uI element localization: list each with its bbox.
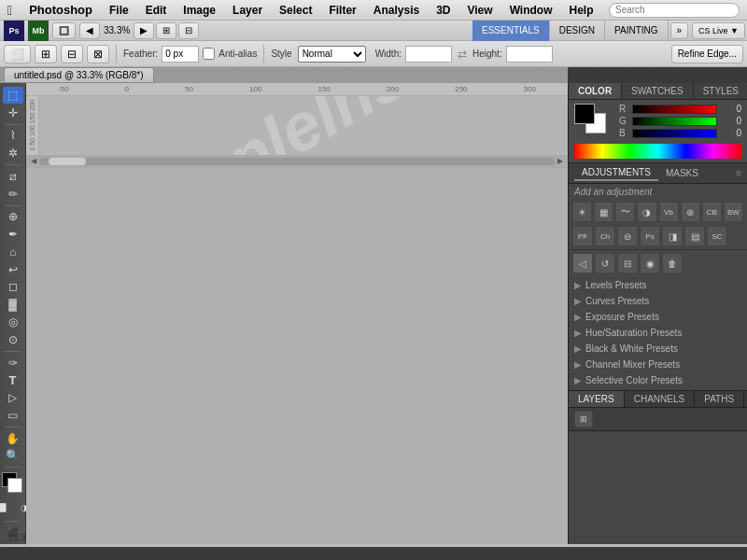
tool-path-select[interactable]: ▷ — [3, 389, 23, 406]
tab-adjustments[interactable]: ADJUSTMENTS — [574, 165, 658, 181]
blue-slider[interactable] — [632, 129, 717, 138]
adjustments-menu[interactable]: ≡ — [736, 168, 741, 178]
tool-shape[interactable]: ▭ — [3, 407, 23, 424]
lasso-options-sub[interactable]: ⊟ — [61, 45, 83, 63]
tool-gradient[interactable]: ▓ — [3, 296, 23, 313]
tool-selection[interactable]: ⬚ — [3, 87, 23, 104]
tool-eraser[interactable]: ◻ — [3, 279, 23, 296]
tab-channels[interactable]: CHANNELS — [625, 391, 695, 407]
color-spectrum[interactable] — [574, 144, 741, 159]
adj-hue-sat-icon[interactable]: ⊛ — [681, 202, 700, 222]
analysis-menu[interactable]: Analysis — [366, 2, 427, 19]
adj-clipping-icon[interactable]: ⊟ — [617, 253, 638, 273]
tab-swatches[interactable]: SWATCHES — [622, 83, 694, 99]
file-menu[interactable]: File — [102, 2, 136, 19]
preset-huesat[interactable]: ▶ Hue/Saturation Presets — [569, 325, 747, 341]
tool-zoom[interactable]: 🔍 — [3, 448, 23, 465]
adj-reset-icon[interactable]: ↺ — [595, 253, 615, 273]
edit-menu[interactable]: Edit — [138, 2, 175, 19]
preset-selcolor[interactable]: ▶ Selective Color Presets — [569, 372, 747, 388]
anti-alias-checkbox[interactable] — [203, 48, 215, 60]
scrollbar-thumb[interactable] — [49, 158, 86, 165]
tool-magic-wand[interactable]: ✲ — [3, 145, 23, 161]
adj-exposure-icon[interactable]: ◑ — [637, 202, 656, 222]
tab-styles[interactable]: STYLES — [694, 83, 747, 99]
preset-levels[interactable]: ▶ Levels Presets — [569, 277, 747, 293]
green-slider[interactable] — [632, 117, 717, 126]
tool-healing[interactable]: ⊕ — [3, 208, 23, 225]
red-slider[interactable] — [632, 105, 717, 114]
window-menu[interactable]: Window — [502, 2, 560, 19]
width-input[interactable] — [405, 46, 452, 63]
layer-menu[interactable]: Layer — [225, 2, 270, 19]
swap-icon[interactable]: ⇄ — [458, 48, 467, 61]
view-menu[interactable]: View — [459, 2, 500, 19]
canvas-document[interactable]: AppleInsid — [39, 96, 568, 155]
tab-color[interactable]: COLOR — [569, 83, 622, 99]
3d-menu[interactable]: 3D — [429, 2, 458, 19]
tool-move[interactable]: ✛ — [3, 105, 23, 121]
adj-eye-icon[interactable]: ◉ — [640, 253, 660, 273]
adj-colorbal-icon[interactable]: CB — [702, 202, 722, 222]
adj-prev-state-icon[interactable]: ◁ — [572, 253, 593, 273]
scroll-right-arrow[interactable]: ▶ — [555, 156, 566, 167]
preset-curves[interactable]: ▶ Curves Presets — [569, 293, 747, 309]
zoom-out-button[interactable]: ◀ — [79, 22, 100, 39]
lasso-options-rect[interactable]: ⬜ — [4, 45, 31, 63]
workspace-tab-painting[interactable]: PAINTING — [605, 21, 668, 41]
zoom-fit-button[interactable]: ⊞ — [156, 22, 176, 39]
tool-text[interactable]: T — [3, 371, 23, 388]
document-tab[interactable]: untitled.psd @ 33.3% (RGB/8*) — [4, 67, 154, 83]
adj-vibrance-icon[interactable]: Vb — [659, 202, 679, 222]
workspace-tab-design[interactable]: DESIGN — [550, 21, 605, 41]
preset-channelmix[interactable]: ▶ Channel Mixer Presets — [569, 357, 747, 372]
height-input[interactable] — [506, 46, 553, 63]
refine-edge-button[interactable]: Refine Edge... — [671, 45, 743, 63]
feather-input[interactable] — [162, 46, 199, 63]
tool-dodge[interactable]: ⊙ — [3, 331, 23, 348]
preset-exposure[interactable]: ▶ Exposure Presets — [569, 309, 747, 325]
tool-standard-mode[interactable]: ⬜ — [0, 497, 12, 518]
preset-bw[interactable]: ▶ Black & White Presets — [569, 341, 747, 357]
filter-menu[interactable]: Filter — [321, 2, 363, 19]
bridge-button[interactable]: 🔲 — [52, 22, 76, 39]
scroll-left-arrow[interactable]: ◀ — [28, 156, 39, 167]
menu-search-input[interactable] — [609, 3, 740, 18]
more-workspaces-button[interactable]: » — [670, 22, 689, 39]
app-name[interactable]: Photoshop — [21, 1, 100, 19]
adj-levels-icon[interactable]: ▦ — [594, 202, 613, 222]
lasso-options-intersect[interactable]: ⊠ — [87, 45, 109, 63]
tool-crop[interactable]: ⧄ — [3, 168, 23, 185]
zoom-in-button[interactable]: ▶ — [134, 22, 154, 39]
adj-gradmap-icon[interactable]: ▤ — [684, 226, 705, 246]
tab-masks[interactable]: MASKS — [658, 166, 706, 180]
tool-pen[interactable]: ✑ — [3, 355, 23, 371]
foreground-color[interactable] — [574, 104, 595, 124]
adj-trash-icon[interactable]: 🗑 — [662, 253, 683, 273]
tab-layers[interactable]: LAYERS — [569, 391, 625, 407]
select-menu[interactable]: Select — [272, 2, 319, 19]
workspace-tab-essentials[interactable]: ESSENTIALS — [472, 21, 550, 41]
adj-posterize-icon[interactable]: Ps — [640, 226, 660, 246]
cs-live-button[interactable]: CS Live ▼ — [692, 22, 745, 39]
layers-option-icon[interactable]: ⊞ — [574, 411, 593, 427]
image-menu[interactable]: Image — [176, 2, 223, 19]
adj-invert-icon[interactable]: ⊖ — [617, 226, 638, 246]
adj-photo-filter-icon[interactable]: PF — [572, 226, 593, 246]
help-menu[interactable]: Help — [562, 2, 601, 19]
style-select[interactable]: Normal Fixed Ratio Fixed Size — [298, 46, 366, 63]
lasso-options-add[interactable]: ⊞ — [35, 45, 57, 63]
tab-paths[interactable]: PATHS — [695, 391, 744, 407]
tool-history[interactable]: ↩ — [3, 261, 23, 278]
adj-channel-mix-icon[interactable]: Ch — [595, 226, 615, 246]
adj-selcolor-icon[interactable]: SC — [707, 226, 727, 246]
adj-bw-icon[interactable]: BW — [724, 202, 743, 222]
tool-hand[interactable]: ✋ — [3, 430, 23, 447]
background-color-swatch[interactable] — [7, 478, 22, 493]
adj-threshold-icon[interactable]: ◨ — [662, 226, 683, 246]
adj-brightness-icon[interactable]: ☀ — [572, 202, 592, 222]
view-toggle-button[interactable]: ⊟ — [178, 22, 199, 39]
tool-clone[interactable]: ⌂ — [3, 244, 23, 260]
tool-eyedropper[interactable]: ✏ — [3, 186, 23, 203]
tool-blur[interactable]: ◎ — [3, 314, 23, 330]
